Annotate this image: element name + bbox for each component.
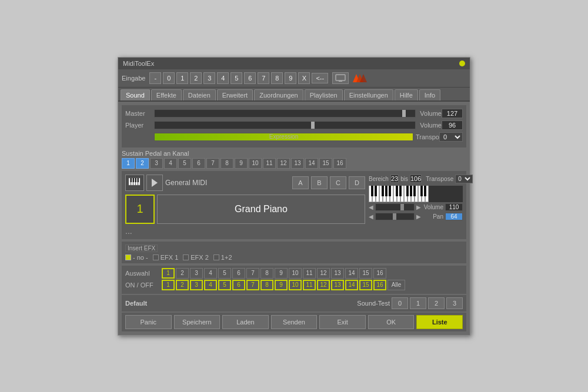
tab-playlisten[interactable]: Playlisten [305,89,343,100]
alle-btn[interactable]: Alle [387,280,405,290]
st-btn-1[interactable]: 1 [410,297,426,309]
instrument-number[interactable]: 1 [125,195,155,224]
onoff-btn-4[interactable]: 4 [204,280,217,290]
ch-btn-9[interactable]: 9 [235,158,248,169]
btn-0[interactable]: 0 [163,72,175,84]
auswahl-btn-12[interactable]: 12 [317,268,330,279]
btn-c[interactable]: C [330,176,346,189]
onoff-btn-16[interactable]: 16 [373,280,386,290]
speichern-button[interactable]: Speichern [174,315,220,329]
ch-btn-15[interactable]: 15 [319,158,332,169]
laden-button[interactable]: Laden [222,315,269,329]
onoff-btn-7[interactable]: 7 [246,280,259,290]
btn-1[interactable]: 1 [176,72,188,84]
master-slider[interactable] [154,109,416,118]
onoff-btn-11[interactable]: 11 [303,280,316,290]
ch-btn-13[interactable]: 13 [291,158,304,169]
btn-x[interactable]: X [298,72,310,84]
btn-b[interactable]: B [311,176,328,189]
auswahl-btn-10[interactable]: 10 [289,268,302,279]
ch-btn-5[interactable]: 5 [178,158,191,169]
btn-8[interactable]: 8 [271,72,283,84]
onoff-btn-3[interactable]: 3 [190,280,203,290]
onoff-btn-9[interactable]: 9 [275,280,288,290]
ch-btn-8[interactable]: 8 [220,158,233,169]
btn-9[interactable]: 9 [285,72,296,84]
btn-2[interactable]: 2 [190,72,202,84]
auswahl-btn-5[interactable]: 5 [218,268,231,279]
ok-button[interactable]: OK [368,315,415,329]
piano-icon-button[interactable] [125,175,144,191]
btn-6[interactable]: 6 [244,72,256,84]
exit-button[interactable]: Exit [319,315,366,329]
btn-d[interactable]: D [349,176,365,189]
btn-4[interactable]: 4 [217,72,229,84]
player-slider[interactable] [154,121,416,129]
ch-btn-16[interactable]: 16 [333,158,346,169]
pan-slider[interactable] [375,213,415,220]
ch-btn-2[interactable]: 2 [136,158,149,169]
onoff-btn-2[interactable]: 2 [176,280,189,290]
inst-transpose-select[interactable]: 01-1 [455,175,473,183]
btn-3[interactable]: 3 [203,72,215,84]
auswahl-btn-13[interactable]: 13 [331,268,344,279]
efx-check-no[interactable] [125,254,131,260]
ch-btn-12[interactable]: 12 [277,158,290,169]
panic-button[interactable]: Panic [125,315,172,329]
screen-button[interactable] [332,72,349,84]
auswahl-btn-7[interactable]: 7 [246,268,259,279]
ch-btn-4[interactable]: 4 [164,158,177,169]
efx-check-1[interactable] [153,254,159,260]
onoff-btn-14[interactable]: 14 [345,280,358,290]
onoff-btn-12[interactable]: 12 [317,280,330,290]
st-btn-3[interactable]: 3 [446,297,463,309]
onoff-btn-10[interactable]: 10 [289,280,302,290]
efx-check-12[interactable] [213,254,219,260]
ch-btn-7[interactable]: 7 [206,158,219,169]
onoff-btn-1[interactable]: 1 [162,280,175,290]
ch-btn-10[interactable]: 10 [249,158,262,169]
ch-btn-11[interactable]: 11 [263,158,276,169]
onoff-btn-13[interactable]: 13 [331,280,344,290]
tab-erweitert[interactable]: Erweitert [217,89,253,100]
tab-info[interactable]: Info [419,89,440,100]
tab-dateien[interactable]: Dateien [183,89,216,100]
auswahl-btn-4[interactable]: 4 [204,268,217,279]
liste-button[interactable]: Liste [416,315,463,329]
btn-a[interactable]: A [292,176,309,189]
volume-slider[interactable] [375,203,415,211]
tab-sound[interactable]: Sound [121,89,150,100]
btn-7[interactable]: 7 [258,72,269,84]
onoff-btn-6[interactable]: 6 [232,280,245,290]
onoff-btn-15[interactable]: 15 [359,280,372,290]
btn-back[interactable]: <-- [312,73,328,83]
ch-btn-1[interactable]: 1 [122,158,135,169]
ch-btn-6[interactable]: 6 [192,158,205,169]
play-button[interactable] [146,175,163,191]
auswahl-btn-11[interactable]: 11 [303,268,316,279]
tab-hilfe[interactable]: Hilfe [395,89,418,100]
auswahl-btn-1[interactable]: 1 [162,268,175,279]
instrument-name[interactable]: Grand Piano [157,195,365,224]
auswahl-btn-9[interactable]: 9 [275,268,288,279]
tab-einstellungen[interactable]: Einstellungen [344,89,393,100]
auswahl-btn-15[interactable]: 15 [359,268,372,279]
onoff-btn-5[interactable]: 5 [218,280,231,290]
ch-btn-14[interactable]: 14 [305,158,318,169]
efx-check-2[interactable] [183,254,189,260]
btn-5[interactable]: 5 [230,72,242,84]
tab-zuordnungen[interactable]: Zuordnungen [254,89,303,100]
ch-btn-3[interactable]: 3 [150,158,163,169]
st-btn-0[interactable]: 0 [392,297,408,309]
btn-minus[interactable]: - [149,72,161,84]
senden-button[interactable]: Senden [271,315,318,329]
auswahl-btn-16[interactable]: 16 [373,268,386,279]
transpose-select[interactable]: 01-1 [439,132,463,142]
auswahl-btn-3[interactable]: 3 [190,268,203,279]
auswahl-btn-14[interactable]: 14 [345,268,358,279]
auswahl-btn-6[interactable]: 6 [232,268,245,279]
st-btn-2[interactable]: 2 [428,297,445,309]
tab-effekte[interactable]: Effekte [151,89,182,100]
auswahl-btn-8[interactable]: 8 [260,268,273,279]
auswahl-btn-2[interactable]: 2 [176,268,189,279]
